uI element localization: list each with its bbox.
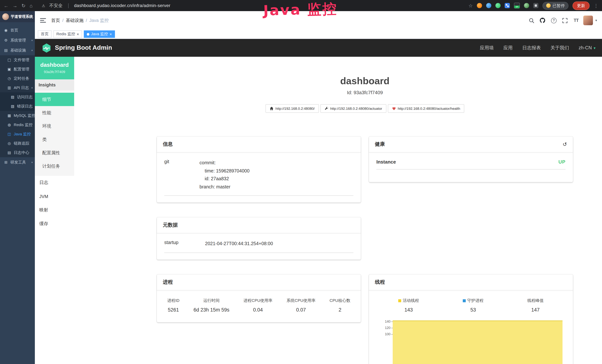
card-title: 健康 ↺ — [369, 137, 573, 152]
sidebar-item-dev-tools[interactable]: ⊞ 研发工具 ∨ — [0, 157, 35, 167]
chevron-down-icon: ∨ — [31, 39, 33, 42]
sidebar-item-trace[interactable]: ◎ 链路追踪 — [0, 139, 35, 148]
browser-menu-icon[interactable]: ⋮ — [594, 3, 599, 8]
sba-item-caches[interactable]: 缓存 — [35, 217, 74, 231]
metric-value: 0.07 — [286, 307, 315, 312]
info-line: time: 1596289704000 — [200, 167, 353, 175]
sba-nav-journal[interactable]: 日志报表 — [522, 45, 541, 51]
sidebar-item-scheduled-jobs[interactable]: ◷ 定时任务 — [0, 74, 35, 83]
security-label[interactable]: 不安全 — [49, 2, 63, 9]
app-logo[interactable]: 芋道管理系统 — [0, 11, 35, 22]
card-body: 进程ID 5261 运行时间 6d 23h 15m 59s — [157, 290, 361, 322]
language-selector[interactable]: zh-CN ▾ — [579, 45, 595, 50]
metric-label: 进程ID — [167, 298, 180, 303]
health-card-title: 健康 — [375, 141, 385, 148]
extension-green-icon[interactable] — [495, 3, 501, 8]
sidebar-item-log-center[interactable]: ▤ 日志中心 — [0, 148, 35, 157]
tab-home[interactable]: 首页 — [38, 30, 52, 38]
help-icon[interactable]: ? — [550, 17, 558, 24]
sba-item-details[interactable]: 细节 — [35, 93, 74, 106]
actuator-url-link[interactable]: http://192.168.0.2:48080/actuator — [320, 104, 386, 113]
sba-item-configprops[interactable]: 配置属性 — [35, 146, 74, 160]
sidebar-item-access-log[interactable]: ▨ 访问日志 — [0, 92, 35, 102]
sidebar-item-infra[interactable]: ▤ 基础设施 ∧ — [0, 45, 35, 55]
sidebar-item-api-log[interactable]: ▥ API 日志 ∧ — [0, 83, 35, 92]
sidebar-item-file-manage[interactable]: □ 文件管理 — [0, 55, 35, 64]
sidebar-item-label: Redis 监控 — [14, 122, 33, 127]
metric-label: CPU核心数 — [329, 298, 350, 303]
extension-onoff-icon[interactable]: on — [514, 3, 520, 9]
history-icon[interactable]: ↺ — [563, 141, 567, 147]
service-url-link[interactable]: http://192.168.0.2:48080/ — [266, 104, 319, 113]
sidebar-item-system[interactable]: ⚙ 系统管理 ∨ — [0, 35, 35, 45]
card-body: startup 2021-04-27T00:44:31.254+08:00 — [157, 233, 361, 259]
sba-brand-title[interactable]: Spring Boot Admin — [55, 44, 112, 52]
main-column: 首页 / 基础设施 / Java 监控 ? — [35, 11, 602, 364]
fullscreen-icon[interactable] — [561, 17, 569, 24]
browser-home-button[interactable]: ⌂ — [30, 3, 33, 8]
health-url-link[interactable]: http://192.168.0.2:48080/actuator/health — [388, 104, 464, 113]
admin-menu: ◉ 首页 ⚙ 系统管理 ∨ ▤ 基础设施 ∧ □ 文件管理 — [0, 22, 35, 167]
close-icon[interactable]: × — [109, 32, 112, 36]
sidebar-item-home[interactable]: ◉ 首页 — [0, 25, 35, 35]
y-tick: 140 — [385, 318, 393, 325]
sidebar-item-config-manage[interactable]: ▣ 配置管理 — [0, 64, 35, 74]
address-bar[interactable]: dashboard.yudao.iocoder.cn/infra/admin-s… — [74, 3, 170, 8]
sba-item-classes[interactable]: 类 — [35, 133, 74, 146]
breadcrumb-current: Java 监控 — [89, 17, 109, 23]
back-button[interactable]: ← — [4, 3, 9, 8]
sba-item-jvm[interactable]: JVM — [35, 190, 74, 203]
sidebar-item-java-monitor[interactable]: ◫ Java 监控 — [0, 129, 35, 139]
tab-java-monitor[interactable]: Java 监控 × — [84, 30, 115, 38]
metric-label: 系统CPU使用率 — [286, 298, 315, 303]
update-button[interactable]: 更新 — [572, 1, 590, 10]
extension-grid-icon[interactable] — [505, 3, 510, 8]
bookmark-star-icon[interactable]: ☆ — [469, 3, 473, 8]
sidebar-item-redis-monitor[interactable]: ◍ Redis 监控 — [0, 120, 35, 129]
search-icon[interactable] — [528, 17, 535, 24]
metric-label: 运行时间 — [194, 298, 229, 303]
info-line: commit: — [200, 159, 353, 167]
sidebar-item-error-log[interactable]: ▧ 错误日志 — [0, 102, 35, 111]
tab-label: 首页 — [41, 32, 49, 37]
sba-nav-wallboard[interactable]: 应用墙 — [480, 45, 494, 51]
breadcrumb-infra[interactable]: 基础设施 — [66, 17, 84, 23]
browser-chrome: ← → ↻ ⌂ ⚠ 不安全 dashboard.yudao.iocoder.cn… — [0, 0, 602, 11]
sba-item-environment[interactable]: 环境 — [35, 119, 74, 133]
tab-label: Java 监控 — [91, 32, 108, 37]
extension-puzzle-icon[interactable] — [533, 3, 538, 8]
user-avatar[interactable] — [583, 16, 593, 25]
card-title: 进程 — [157, 274, 361, 290]
chevron-down-icon: ▾ — [594, 46, 595, 50]
info-line: id: 27aa832 — [200, 175, 353, 183]
info-key: git — [164, 159, 200, 191]
legend-label: 活动线程 — [403, 298, 419, 302]
extension-orange-icon[interactable] — [477, 3, 482, 8]
extension-leaf-icon[interactable] — [524, 3, 529, 8]
paused-label: 已暂停 — [552, 3, 565, 8]
sidebar-item-label: 系统管理 — [10, 38, 26, 43]
sidebar-item-mysql-monitor[interactable]: ▦ MySQL 监控 — [0, 111, 35, 120]
sba-item-logs[interactable]: 日志 — [35, 176, 74, 190]
tab-redis-monitor[interactable]: Redis 监控 × — [54, 30, 82, 38]
extension-drop-icon[interactable] — [486, 3, 491, 8]
sba-item-scheduledtasks[interactable]: 计划任务 — [35, 160, 74, 173]
sba-nav-about[interactable]: 关于我们 — [550, 45, 569, 51]
sba-item-mappings[interactable]: 映射 — [35, 203, 74, 217]
sba-nav: 应用墙 应用 日志报表 关于我们 zh-CN ▾ — [480, 45, 595, 51]
paused-badge[interactable]: 已暂停 — [542, 2, 569, 10]
threads-card-title: 线程 — [375, 279, 385, 285]
breadcrumb-home[interactable]: 首页 — [51, 17, 60, 23]
font-size-icon[interactable]: TT — [572, 17, 580, 24]
app-window: 芋道管理系统 ◉ 首页 ⚙ 系统管理 ∨ ▤ 基础设施 ∧ □ — [0, 11, 602, 364]
process-metrics-row: 进程ID 5261 运行时间 6d 23h 15m 59s — [164, 297, 353, 315]
status-badge: UP — [559, 159, 566, 165]
reload-button[interactable]: ↻ — [22, 3, 26, 8]
github-icon[interactable] — [539, 17, 546, 24]
close-icon[interactable]: × — [77, 32, 79, 36]
avatar-caret-icon[interactable]: ▾ — [595, 19, 597, 22]
sba-item-metrics[interactable]: 性能 — [35, 106, 74, 119]
sba-nav-applications[interactable]: 应用 — [503, 45, 513, 51]
forward-button[interactable]: → — [13, 3, 17, 8]
hamburger-icon[interactable] — [40, 18, 46, 23]
